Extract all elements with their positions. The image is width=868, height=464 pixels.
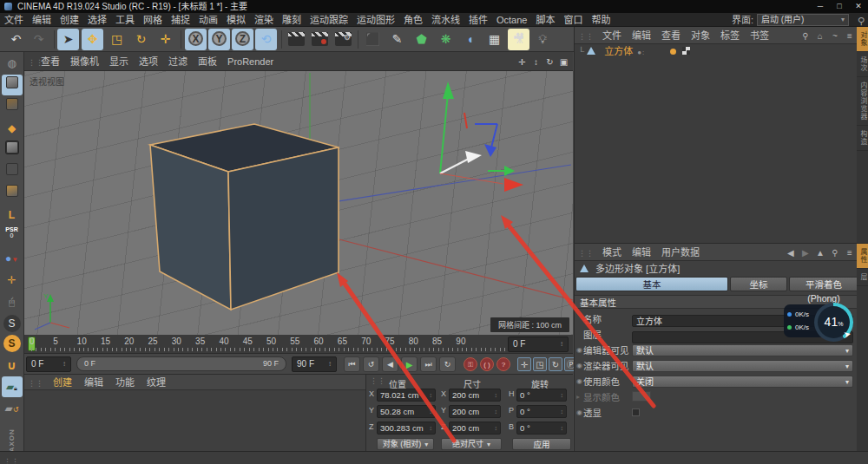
- path-icon[interactable]: ~: [829, 28, 841, 45]
- editor-visibility-select[interactable]: 默认: [632, 344, 853, 356]
- object-menu-item[interactable]: 编辑: [627, 27, 656, 44]
- model-mode-button[interactable]: [2, 75, 23, 95]
- coordinate-system-button[interactable]: ⟲: [255, 29, 277, 50]
- environment-menu[interactable]: ▦: [483, 29, 505, 50]
- key-rotation-toggle[interactable]: ↻: [549, 357, 562, 371]
- scale-tool[interactable]: ◳: [106, 29, 128, 50]
- viewport-menu-item[interactable]: 查看: [36, 52, 65, 71]
- coordinate-input[interactable]: 200 cm: [449, 422, 501, 435]
- render-settings-button[interactable]: [332, 29, 354, 50]
- deformer-menu[interactable]: ◖: [459, 29, 481, 50]
- coordinate-input[interactable]: 78.021 cm: [377, 389, 436, 402]
- viewport-menu-item[interactable]: 过滤: [163, 52, 193, 71]
- home-icon[interactable]: ⌂: [814, 28, 826, 45]
- range-start-field[interactable]: 0 F↕: [26, 356, 71, 372]
- menu-item[interactable]: 创建: [56, 13, 83, 27]
- close-button[interactable]: ✕: [849, 0, 868, 13]
- workplane-mode-button[interactable]: ◆: [2, 118, 23, 139]
- panel-grip-icon[interactable]: ⋮⋮: [575, 32, 597, 41]
- menu-item[interactable]: 运动图形: [352, 13, 399, 27]
- points-mode-button[interactable]: [2, 140, 23, 160]
- coordinate-input[interactable]: 300.283 cm: [377, 422, 436, 435]
- animation-dot-icon[interactable]: ◉: [576, 374, 582, 389]
- modeling-menu[interactable]: ❋: [435, 29, 457, 50]
- menu-item[interactable]: 工具: [111, 13, 139, 27]
- goto-start-button[interactable]: ⏮: [344, 356, 360, 372]
- coordinate-input[interactable]: 50.28 cm: [377, 405, 436, 418]
- viewport-menu-item[interactable]: 显示: [104, 52, 134, 71]
- edges-mode-button[interactable]: [2, 161, 23, 182]
- attribute-menu-item[interactable]: 模式: [597, 244, 627, 261]
- object-tree-row[interactable]: └ 立方体 ●:: [575, 44, 868, 59]
- lock-x-axis-button[interactable]: X: [185, 29, 207, 50]
- coordinate-input[interactable]: 0 °: [516, 389, 567, 402]
- side-tab-attributes[interactable]: 属性: [857, 244, 868, 269]
- autokey-button[interactable]: ( ): [480, 357, 494, 371]
- object-menu-item[interactable]: 书签: [745, 27, 774, 44]
- visibility-dots-icon[interactable]: ●:: [637, 49, 645, 56]
- menu-item[interactable]: 脚本: [531, 13, 559, 27]
- record-keyframe-button[interactable]: ⚿: [464, 357, 477, 371]
- search-icon[interactable]: ⚲: [829, 245, 841, 262]
- sketch-s-button[interactable]: S: [3, 335, 21, 352]
- material-menu-item[interactable]: 创建: [47, 375, 78, 390]
- viewport-solo-button[interactable]: 🖰︎: [2, 291, 23, 312]
- panel-grip-icon[interactable]: ⋮⋮: [24, 379, 47, 388]
- viewport-menu-item[interactable]: 摄像机: [65, 52, 104, 71]
- size-mode-select[interactable]: 绝对尺寸: [441, 438, 502, 450]
- light-menu[interactable]: 💡︎: [532, 29, 554, 50]
- menu-item[interactable]: Octane: [492, 13, 531, 27]
- panel-grip-icon[interactable]: ⋮⋮: [575, 249, 597, 258]
- menu-item[interactable]: 插件: [464, 13, 492, 27]
- previous-frame-button[interactable]: ◀: [382, 356, 398, 372]
- menu-item[interactable]: 网格: [139, 13, 167, 27]
- magnet-tool-button[interactable]: ∪: [2, 355, 23, 376]
- material-menu-item[interactable]: 功能: [109, 375, 141, 390]
- key-scale-toggle[interactable]: ◳: [533, 357, 547, 371]
- viewport-menu-item[interactable]: 选项: [134, 52, 163, 71]
- move-tool[interactable]: ✥: [82, 29, 103, 50]
- list-icon[interactable]: ≡: [844, 28, 856, 45]
- tab-phong[interactable]: 平滑着色(Phong): [789, 277, 858, 291]
- position-mode-select[interactable]: 对象 (相对): [377, 438, 434, 450]
- maximize-button[interactable]: □: [830, 0, 849, 13]
- xray-checkbox[interactable]: [632, 408, 640, 416]
- animation-dot-icon[interactable]: ◉: [576, 405, 582, 421]
- loop-button[interactable]: ↻: [439, 356, 456, 372]
- renderer-visibility-select[interactable]: 默认: [632, 360, 853, 372]
- menu-item[interactable]: 编辑: [28, 13, 56, 27]
- minimize-button[interactable]: ─: [811, 0, 830, 13]
- object-name[interactable]: 立方体: [602, 46, 635, 56]
- use-color-select[interactable]: 关闭: [632, 376, 853, 388]
- viewport-menu-item[interactable]: 面板: [193, 52, 222, 71]
- viewport-canvas[interactable]: Y 透视视图 网格间距 : 100 cm: [24, 71, 573, 335]
- selection-tag-icon[interactable]: [670, 49, 676, 55]
- viewport-menu-item[interactable]: ProRender: [222, 52, 279, 71]
- material-menu-item[interactable]: 纹理: [141, 375, 172, 390]
- make-editable-button[interactable]: ◍: [2, 53, 23, 74]
- material-menu-item[interactable]: 编辑: [78, 375, 109, 390]
- primitive-cube-menu[interactable]: ⬛: [362, 29, 384, 50]
- panel-grip-icon[interactable]: ⋮⋮: [24, 53, 33, 72]
- object-menu-item[interactable]: 对象: [686, 27, 715, 44]
- axis-center-button[interactable]: ✛: [2, 270, 23, 291]
- timeline-ruler[interactable]: 051015202530354045505560657075808590 0 F…: [24, 335, 573, 354]
- side-tab-takes[interactable]: 场次: [857, 52, 868, 77]
- coordinate-input[interactable]: 200 cm: [449, 389, 501, 402]
- rotate-tool[interactable]: ↻: [130, 29, 152, 50]
- lock-icon[interactable]: ≡: [844, 245, 856, 262]
- coordinate-input[interactable]: 0 °: [516, 422, 567, 435]
- toggle-view-icon[interactable]: ▣: [558, 53, 569, 72]
- camera-menu[interactable]: 🎥︎: [508, 29, 529, 50]
- next-frame-button[interactable]: ⏭: [420, 356, 437, 372]
- panel-grip-icon[interactable]: ⋮⋮: [366, 376, 389, 385]
- range-end-field[interactable]: 90 F↕: [292, 356, 337, 372]
- menu-item[interactable]: 模拟: [222, 13, 250, 27]
- live-selection-tool[interactable]: ➤: [57, 29, 79, 50]
- menu-item[interactable]: 角色: [399, 13, 427, 27]
- side-tab-content-browser[interactable]: 内容浏览器: [857, 77, 868, 126]
- render-picture-viewer-button[interactable]: [309, 29, 331, 50]
- attribute-menu-item[interactable]: 用户数据: [656, 244, 705, 261]
- current-frame-field[interactable]: 0 F↕: [508, 337, 569, 352]
- menu-item[interactable]: 动画: [194, 13, 222, 27]
